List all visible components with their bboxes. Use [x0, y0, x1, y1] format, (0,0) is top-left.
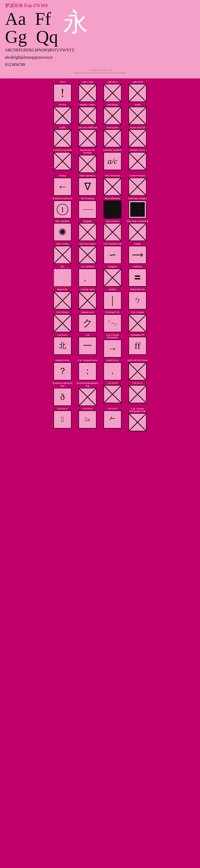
cell-label: Misc Symbols	[55, 220, 70, 223]
glyph-cell: Latin Ext A	[100, 80, 125, 102]
cell-label: Alphabetic PF	[130, 334, 145, 337]
glyph-box: 〓	[128, 269, 147, 287]
glyph-box	[128, 152, 147, 170]
glyph-cell: Latin Ext Additional	[75, 125, 100, 148]
glyph-box: 「¬」	[104, 314, 121, 332]
glyph-box	[79, 291, 96, 309]
cell-label: Diacriticals For Symbols	[76, 149, 99, 154]
glyph-cell: Misc Arrows	[50, 242, 75, 265]
cell-label: Kanbun	[109, 288, 116, 291]
glyph-cell: Hiragana	[100, 265, 125, 287]
glyph-cell: ASCII!	[50, 80, 75, 102]
glyph-cell: CJK Compat Ideographs Sup	[125, 406, 150, 432]
glyph-box	[79, 246, 96, 264]
glyph-box	[104, 385, 121, 403]
glyph-box: ff	[128, 337, 147, 355]
glyph-box: ←	[53, 178, 72, 196]
glyph-box	[128, 385, 147, 403]
glyph-box	[128, 362, 147, 380]
glyph-cell: Control Pictures	[125, 174, 150, 196]
cell-label: Letterlike Symbols	[103, 149, 122, 152]
glyph-box	[53, 129, 72, 147]
cell-label: CJK Ext B	[107, 382, 118, 385]
glyph-box	[128, 84, 147, 102]
glyph-cell: Misc Symbols✺	[50, 219, 75, 242]
glyph-row: IPA ExtModifier LettersDiacriticalsGreek	[0, 102, 200, 125]
cell-label: Katakana Ext	[81, 311, 94, 314]
cell-label: Cyrillic	[59, 126, 66, 129]
glyph-cell: CJK Symbols、	[75, 265, 100, 287]
sample-latin-row2: Gg Qq	[5, 28, 58, 46]
glyph-box	[104, 129, 121, 147]
glyph-cell: Compat Jamo	[75, 287, 100, 310]
glyph-box: ⟶	[128, 246, 147, 264]
cell-label: Katakana	[133, 266, 142, 268]
glyph-box	[79, 129, 96, 147]
cell-label: Box Drawing	[81, 197, 94, 200]
cell-label: CJK Compat Ideographs Sup	[126, 407, 149, 413]
glyph-cell: Bopomofo	[50, 287, 75, 310]
glyph-cell: Misc Math Symbols B	[125, 219, 150, 242]
glyph-box: 1	[53, 200, 72, 218]
glyph-row: BopomofoCompat JamoKanbun|Bopomofo Extㄅ	[0, 287, 200, 310]
cell-label: Greek	[134, 103, 141, 106]
glyph-cell: Modifier Letters	[75, 102, 100, 125]
cell-label: Super And Sub	[130, 126, 145, 129]
glyph-box	[104, 178, 121, 196]
glyph-box: ∇	[79, 178, 96, 196]
glyph-cell: Sup Arrows B	[100, 219, 125, 242]
cell-label: Sup Punctuation	[79, 243, 96, 245]
cell-label: CJK Strokes	[56, 311, 69, 314]
glyph-cell: Small Forms，	[100, 358, 125, 381]
glyph-box: ？	[53, 362, 72, 380]
glyph-cell: CJK Ext C	[125, 381, 150, 406]
cell-label: Number Forms	[130, 149, 145, 152]
cell-label: CJK Compat	[131, 311, 144, 314]
glyph-cell: CJK Ext E𠀾«	[75, 406, 100, 432]
cell-label: Currency Symbols	[53, 149, 72, 152]
glyph-row: Arrows←Math Operators∇Misc TechnicalCont…	[0, 174, 200, 196]
cell-label: Diacriticals	[107, 103, 118, 106]
cell-label: CJK Ext A	[57, 334, 68, 337]
glyph-cell: Math Operators∇	[75, 174, 100, 196]
cell-label: Sup Arrows B	[106, 220, 120, 223]
digits: 0123456789	[5, 62, 195, 68]
glyph-cell: Latin 1 Sup	[75, 80, 100, 102]
glyph-box: ，	[104, 362, 121, 380]
glyph-box	[53, 107, 72, 125]
cell-label: Latin 1 Sup	[82, 81, 93, 84]
glyph-box: ─────	[79, 200, 96, 218]
cell-label: Latin Ext A	[107, 81, 118, 84]
cell-label: CJK Symbols	[81, 266, 94, 268]
glyph-cell: Bopomofo Extㄅ	[125, 287, 150, 310]
cell-label: Bopomofo	[57, 288, 68, 291]
cell-label: Half And Full Forms	[127, 359, 147, 362]
glyph-cell: Sup Punctuation	[75, 242, 100, 265]
cell-label: CJK Ext E	[82, 407, 92, 410]
glyph-row: CJK StrokesKatakana ExtクEnclosed CJK「¬」C…	[0, 310, 200, 333]
cell-label: Dingbats	[83, 220, 92, 223]
glyph-box	[79, 155, 96, 173]
cell-label: Enclosed Ideographic Sup	[76, 382, 99, 388]
glyph-box: 一	[79, 337, 96, 355]
font-title: 梦源宋体 Exp CN W4	[5, 2, 195, 8]
cell-label: Bopomofo Ext	[130, 288, 145, 291]
glyph-box	[53, 246, 72, 264]
glyph-box	[79, 107, 96, 125]
glyph-cell: Arrows←	[50, 174, 75, 196]
cell-label: Kangxi	[134, 243, 141, 245]
glyph-cell: Diacriticals	[100, 102, 125, 125]
glyph-box: 、	[79, 269, 96, 287]
glyph-cell: Greek	[125, 102, 150, 125]
cell-label: Modifier Letters	[80, 103, 95, 106]
glyph-box: a/c	[104, 152, 121, 170]
cell-label: Vertical Forms	[55, 359, 70, 362]
cell-label: Arrows	[59, 175, 66, 177]
source: Font Source: http://www.fontke.com/font/…	[5, 71, 195, 74]
alphabet-lower: abcdefghijklmnopqrstuvwxyz	[5, 54, 195, 60]
glyph-cell: Enclosed Alphanum Supð	[50, 381, 75, 406]
glyph-box	[104, 107, 121, 125]
cell-label: Enclosed Alphanum	[52, 197, 73, 200]
glyph-box: ✺	[53, 223, 72, 241]
cell-label: IDC	[61, 266, 65, 268]
